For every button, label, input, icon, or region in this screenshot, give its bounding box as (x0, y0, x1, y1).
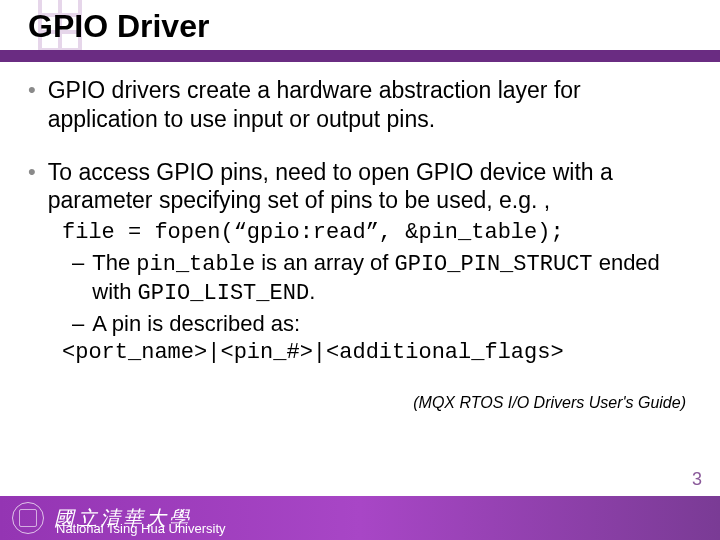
sub-bullet: – The pin_table is an array of GPIO_PIN_… (72, 249, 692, 308)
footer-bar: 國立清華大學 National Tsing Hua University (0, 496, 720, 540)
page-number: 3 (692, 469, 702, 490)
dash-marker: – (72, 310, 84, 338)
title-underline (0, 50, 720, 62)
sub-block: file = fopen(“gpio:read”, &pin_table); –… (62, 219, 692, 367)
bullet-item: • To access GPIO pins, need to open GPIO… (28, 158, 692, 216)
code-line: file = fopen(“gpio:read”, &pin_table); (62, 219, 692, 247)
bullet-item: • GPIO drivers create a hardware abstrac… (28, 76, 692, 134)
slide-content: • GPIO drivers create a hardware abstrac… (28, 76, 692, 413)
citation: (MQX RTOS I/O Drivers User's Guide) (28, 393, 692, 413)
university-seal-icon (12, 502, 44, 534)
bullet-text: GPIO drivers create a hardware abstracti… (48, 76, 692, 134)
footer-university-en: National Tsing Hua University (56, 521, 226, 536)
bullet-text: To access GPIO pins, need to open GPIO d… (48, 158, 692, 216)
sub-bullet-text: The pin_table is an array of GPIO_PIN_ST… (92, 249, 692, 308)
dash-marker: – (72, 249, 84, 277)
code-line: <port_name>|<pin_#>|<additional_flags> (62, 339, 692, 367)
sub-bullet: – A pin is described as: (72, 310, 692, 338)
sub-bullet-text: A pin is described as: (92, 310, 692, 338)
bullet-marker: • (28, 76, 36, 105)
slide-title: GPIO Driver (28, 8, 209, 45)
bullet-marker: • (28, 158, 36, 187)
